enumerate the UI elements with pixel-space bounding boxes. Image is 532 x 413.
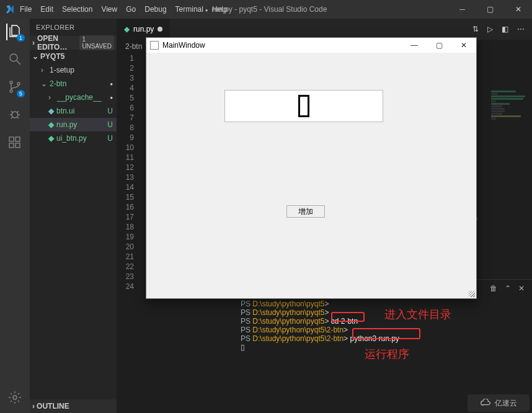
chevron-right-icon: › [41, 66, 47, 74]
activity-settings[interactable] [7, 390, 22, 407]
svg-rect-5 [9, 137, 14, 141]
line-gutter: 123456789101112131415161718192021222324 [117, 53, 138, 279]
popup-title-bar[interactable]: MainWindow — ▢ ✕ [146, 38, 476, 53]
menu-selection[interactable]: Selection [62, 5, 92, 14]
lcd-value [298, 95, 309, 117]
minimap[interactable] [491, 91, 528, 215]
lcd-display [224, 90, 383, 122]
title-bar: File Edit Selection View Go Debug Termin… [0, 0, 532, 19]
gear-icon [7, 390, 22, 405]
svg-point-1 [10, 81, 12, 84]
close-icon[interactable]: ✕ [518, 284, 525, 293]
svg-point-2 [10, 90, 12, 92]
modified-dot-icon [157, 27, 162, 32]
tab-run-py[interactable]: ◆ run.py [117, 19, 171, 40]
activity-scm[interactable]: 5 [7, 79, 22, 96]
svg-rect-8 [16, 137, 20, 141]
popup-maximize-button[interactable]: ▢ [427, 41, 451, 50]
menu-go[interactable]: Go [126, 5, 136, 14]
svg-point-9 [13, 396, 17, 399]
open-editors-section[interactable]: ›OPEN EDITO… 1 UNSAVED [30, 36, 117, 50]
window-minimize-button[interactable]: ─ [448, 0, 476, 19]
scm-badge: 5 [17, 90, 25, 97]
annotation-enter-dir: 进入文件目录 [384, 307, 451, 322]
menu-debug[interactable]: Debug [144, 5, 166, 14]
popup-close-button[interactable]: ✕ [451, 41, 476, 50]
modified-dot-icon: ● [110, 95, 113, 100]
app-icon [150, 41, 159, 50]
activity-debug[interactable] [7, 107, 22, 124]
pyqt-main-window: MainWindow — ▢ ✕ 增加 [146, 37, 477, 299]
compare-changes-icon[interactable]: ⇅ [472, 25, 479, 33]
file-btn-ui[interactable]: ◆btn.uiU [30, 104, 117, 118]
activity-search[interactable] [7, 51, 22, 68]
terminal-output[interactable]: PS D:\study\python\pyqt5> PS D:\study\py… [233, 297, 532, 354]
search-icon [7, 51, 22, 66]
activity-bar: 1 5 [0, 19, 30, 413]
bug-icon [7, 107, 22, 122]
menu-view[interactable]: View [101, 5, 117, 14]
folder-pycache[interactable]: ›__pycache__● [30, 91, 117, 104]
menu-bar: File Edit Selection View Go Debug Termin… [20, 5, 228, 14]
svg-point-0 [10, 54, 17, 61]
extensions-icon [7, 135, 22, 150]
explorer-sidebar: EXPLORER ›OPEN EDITO… 1 UNSAVED ⌄ PYQT5 … [30, 19, 117, 413]
folder-2-btn[interactable]: ⌄2-btn● [30, 77, 117, 91]
popup-minimize-button[interactable]: — [402, 41, 427, 50]
menu-edit[interactable]: Edit [40, 5, 53, 14]
watermark: 亿速云 [468, 394, 530, 412]
menu-help[interactable]: Help [212, 5, 228, 14]
cloud-icon [480, 399, 492, 407]
chevron-down-icon: ⌄ [32, 52, 38, 61]
activity-explorer[interactable]: 1 [6, 24, 22, 40]
chevron-right-icon: › [32, 38, 35, 47]
untracked-badge: U [107, 107, 113, 115]
tab-label: run.py [133, 25, 154, 33]
unsaved-badge: 1 UNSAVED [79, 35, 114, 50]
annotation-box-cd [331, 312, 365, 322]
file-ui-btn-py[interactable]: ◆ui_btn.pyU [30, 131, 117, 145]
window-maximize-button[interactable]: ▢ [476, 0, 504, 19]
untracked-badge: U [107, 134, 113, 143]
chevron-down-icon: ⌄ [41, 79, 47, 88]
file-run-py[interactable]: ◆run.pyU [30, 118, 117, 131]
chevron-right-icon: › [32, 402, 35, 411]
split-editor-icon[interactable]: ◧ [502, 25, 508, 33]
chevron-right-icon: › [48, 93, 55, 102]
popup-title: MainWindow [162, 41, 205, 50]
untracked-badge: U [107, 120, 113, 129]
run-icon[interactable]: ▷ [487, 25, 493, 33]
explorer-title: EXPLORER [30, 19, 117, 36]
increment-button[interactable]: 增加 [286, 205, 325, 218]
outline-section[interactable]: › OUTLINE [30, 399, 117, 413]
annotation-run-prog: 运行程序 [365, 347, 409, 362]
trash-icon[interactable]: 🗑 [490, 284, 497, 293]
svg-rect-7 [16, 143, 20, 148]
explorer-badge: 1 [17, 34, 25, 42]
folder-1-setup[interactable]: ›1-setup [30, 63, 117, 77]
resize-grip-icon[interactable] [469, 291, 475, 297]
vscode-logo-icon [5, 4, 15, 14]
file-tree: ›1-setup ⌄2-btn● ›__pycache__● ◆btn.uiU … [30, 63, 117, 145]
menu-terminal[interactable]: Terminal [175, 5, 203, 14]
annotation-box-run [352, 328, 420, 339]
chevron-up-icon[interactable]: ⌃ [505, 284, 511, 293]
svg-point-3 [17, 82, 20, 85]
activity-extensions[interactable] [7, 135, 22, 152]
menu-file[interactable]: File [20, 5, 32, 14]
svg-rect-6 [9, 143, 14, 148]
modified-dot-icon: ● [110, 81, 113, 87]
more-icon[interactable]: ⋯ [517, 25, 525, 33]
workspace-root[interactable]: ⌄ PYQT5 [30, 50, 117, 63]
tab-bar: ◆ run.py ⇅ ▷ ◧ ⋯ [117, 19, 532, 40]
window-close-button[interactable]: ✕ [504, 0, 532, 19]
